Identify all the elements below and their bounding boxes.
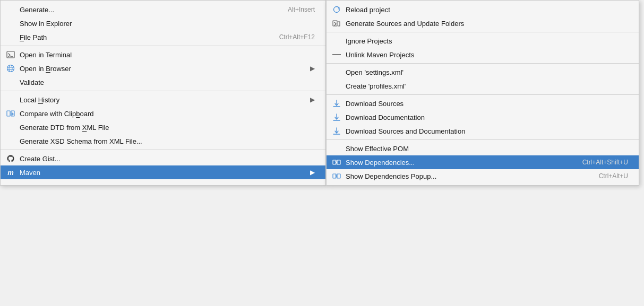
svg-rect-6 bbox=[7, 111, 10, 116]
menu-item-open-settings-xml[interactable]: Open 'settings.xml' bbox=[327, 65, 639, 79]
download-sources-docs-icon bbox=[332, 126, 341, 136]
compare-clipboard-label: Compare with Clipboard bbox=[20, 110, 93, 118]
file-path-shortcut: Ctrl+Alt+F12 bbox=[258, 33, 315, 41]
menu-item-generate-sources[interactable]: Generate Sources and Update Folders bbox=[327, 16, 639, 30]
right-separator-1 bbox=[327, 32, 639, 32]
context-menu-container: Generate... Alt+Insert Show in Explorer … bbox=[0, 0, 639, 186]
show-dependencies-label: Show Dependencies... bbox=[346, 159, 415, 167]
show-dependencies-popup-shortcut: Ctrl+Alt+U bbox=[578, 172, 628, 180]
left-menu-panel: Generate... Alt+Insert Show in Explorer … bbox=[0, 0, 326, 186]
show-in-explorer-label: Show in Explorer bbox=[20, 20, 72, 28]
maven-icon: m bbox=[6, 168, 15, 177]
show-dependencies-shortcut: Ctrl+Alt+Shift+U bbox=[561, 159, 628, 166]
show-effective-pom-label: Show Effective POM bbox=[346, 145, 409, 153]
right-separator-3 bbox=[327, 94, 639, 95]
download-documentation-icon bbox=[332, 112, 341, 122]
separator-2 bbox=[1, 91, 325, 91]
menu-item-local-history[interactable]: Local History ▶ bbox=[1, 93, 325, 107]
right-menu-panel: Reload project Generate Sources and Upda… bbox=[326, 0, 639, 186]
menu-item-download-documentation[interactable]: Download Documentation bbox=[327, 110, 639, 124]
ignore-projects-label: Ignore Projects bbox=[346, 37, 392, 45]
maven-arrow: ▶ bbox=[299, 169, 315, 176]
menu-item-maven[interactable]: m Maven ▶ bbox=[1, 165, 325, 179]
validate-label: Validate bbox=[20, 78, 44, 86]
compare-icon bbox=[6, 109, 15, 118]
download-sources-docs-label: Download Sources and Documentation bbox=[346, 127, 465, 135]
svg-point-3 bbox=[9, 65, 12, 72]
right-separator-2 bbox=[327, 63, 639, 64]
generate-dtd-label: Generate DTD from XML File bbox=[20, 124, 109, 132]
separator-3 bbox=[1, 150, 325, 150]
reload-project-label: Reload project bbox=[346, 6, 390, 14]
download-sources-label: Download Sources bbox=[346, 100, 403, 108]
menu-item-create-profiles-xml[interactable]: Create 'profiles.xml' bbox=[327, 79, 639, 93]
browser-arrow: ▶ bbox=[299, 65, 315, 72]
github-icon bbox=[6, 154, 15, 163]
menu-item-generate[interactable]: Generate... Alt+Insert bbox=[1, 3, 325, 16]
file-path-label: File Path bbox=[20, 33, 47, 41]
right-separator-4 bbox=[327, 139, 639, 140]
browser-icon bbox=[6, 64, 15, 73]
generate-sources-label: Generate Sources and Update Folders bbox=[346, 20, 464, 28]
menu-item-download-sources[interactable]: Download Sources bbox=[327, 97, 639, 110]
menu-item-compare-clipboard[interactable]: Compare with Clipboard bbox=[1, 107, 325, 120]
minus-icon: — bbox=[332, 50, 341, 59]
menu-item-validate[interactable]: Validate bbox=[1, 75, 325, 89]
generate-sources-icon bbox=[332, 19, 341, 28]
menu-item-generate-dtd[interactable]: Generate DTD from XML File bbox=[1, 120, 325, 134]
menu-item-show-effective-pom[interactable]: Show Effective POM bbox=[327, 142, 639, 155]
reload-icon bbox=[332, 5, 341, 14]
svg-point-2 bbox=[7, 65, 14, 72]
svg-rect-17 bbox=[337, 174, 340, 178]
menu-item-file-path[interactable]: File Path Ctrl+Alt+F12 bbox=[1, 30, 325, 44]
open-browser-label: Open in Browser bbox=[20, 65, 71, 73]
local-history-arrow: ▶ bbox=[299, 96, 315, 103]
separator-1 bbox=[1, 46, 325, 46]
svg-rect-13 bbox=[333, 160, 336, 164]
menu-item-show-in-explorer[interactable]: Show in Explorer bbox=[1, 16, 325, 30]
terminal-icon bbox=[6, 50, 15, 59]
download-sources-icon bbox=[332, 99, 341, 108]
svg-rect-16 bbox=[333, 174, 336, 178]
create-profiles-xml-label: Create 'profiles.xml' bbox=[346, 82, 406, 90]
menu-item-create-gist[interactable]: Create Gist... bbox=[1, 152, 325, 165]
generate-xsd-label: Generate XSD Schema from XML File... bbox=[20, 137, 142, 145]
menu-item-unlink-maven[interactable]: — Unlink Maven Projects bbox=[327, 48, 639, 62]
menu-item-download-sources-docs[interactable]: Download Sources and Documentation bbox=[327, 124, 639, 138]
show-dependencies-popup-label: Show Dependencies Popup... bbox=[346, 172, 436, 180]
open-settings-xml-label: Open 'settings.xml' bbox=[346, 68, 403, 76]
generate-shortcut: Alt+Insert bbox=[267, 6, 315, 13]
menu-item-generate-xsd[interactable]: Generate XSD Schema from XML File... bbox=[1, 134, 325, 148]
menu-item-show-dependencies-popup[interactable]: Show Dependencies Popup... Ctrl+Alt+U bbox=[327, 169, 639, 183]
menu-item-reload-project[interactable]: Reload project bbox=[327, 3, 639, 16]
menu-item-ignore-projects[interactable]: Ignore Projects bbox=[327, 34, 639, 48]
show-dependencies-icon bbox=[332, 158, 341, 167]
download-documentation-label: Download Documentation bbox=[346, 113, 425, 121]
svg-rect-14 bbox=[337, 160, 340, 164]
menu-item-open-browser[interactable]: Open in Browser ▶ bbox=[1, 62, 325, 75]
open-terminal-label: Open in Terminal bbox=[20, 51, 72, 59]
create-gist-label: Create Gist... bbox=[20, 155, 61, 163]
menu-item-open-terminal[interactable]: Open in Terminal bbox=[1, 48, 325, 62]
maven-label: Maven bbox=[20, 169, 40, 177]
show-dependencies-popup-icon bbox=[332, 171, 341, 181]
local-history-label: Local History bbox=[20, 96, 59, 104]
menu-item-show-dependencies[interactable]: Show Dependencies... Ctrl+Alt+Shift+U bbox=[327, 155, 639, 169]
unlink-maven-label: Unlink Maven Projects bbox=[346, 51, 414, 59]
generate-label: Generate... bbox=[20, 6, 54, 14]
